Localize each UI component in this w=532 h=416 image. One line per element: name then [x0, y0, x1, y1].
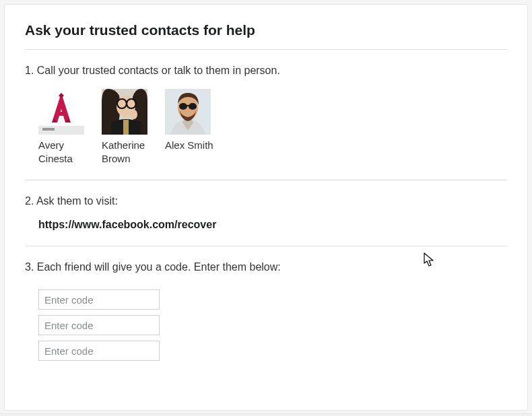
svg-point-18 [189, 103, 197, 110]
svg-rect-13 [123, 120, 129, 135]
page-title: Ask your trusted contacts for help [25, 22, 507, 50]
svg-rect-7 [57, 112, 66, 116]
recover-url: https://www.facebook.com/recover [38, 219, 507, 231]
step-1-section: 1. Call your trusted contacts or talk to… [25, 50, 507, 180]
svg-rect-2 [42, 128, 55, 131]
contact-item: Avery Cinesta [38, 89, 90, 165]
avatar [102, 89, 147, 135]
contact-item: Alex Smith [165, 89, 216, 165]
contact-name: Avery Cinesta [38, 139, 90, 165]
step-3-section: 3. Each friend will give you a code. Ent… [25, 246, 507, 376]
step-2-text: 2. Ask them to visit: [25, 194, 507, 209]
step-2-section: 2. Ask them to visit: https://www.facebo… [25, 180, 507, 246]
contact-item: Katherine Brown [102, 89, 153, 165]
avatar [165, 89, 211, 135]
contact-name: Katherine Brown [102, 139, 153, 165]
code-input-1[interactable] [38, 289, 160, 310]
svg-point-17 [179, 103, 187, 110]
code-inputs [38, 289, 507, 361]
footer-edge [0, 413, 532, 416]
contacts-row: Avery Cinesta [38, 89, 507, 165]
contact-name: Alex Smith [165, 139, 216, 152]
code-input-3[interactable] [38, 341, 160, 361]
recovery-card: Ask your trusted contacts for help 1. Ca… [4, 4, 528, 411]
avatar [38, 89, 84, 135]
svg-rect-19 [187, 105, 189, 106]
step-3-text: 3. Each friend will give you a code. Ent… [25, 260, 507, 275]
code-input-2[interactable] [38, 315, 160, 335]
svg-point-14 [131, 110, 137, 119]
step-1-text: 1. Call your trusted contacts or talk to… [25, 63, 507, 78]
